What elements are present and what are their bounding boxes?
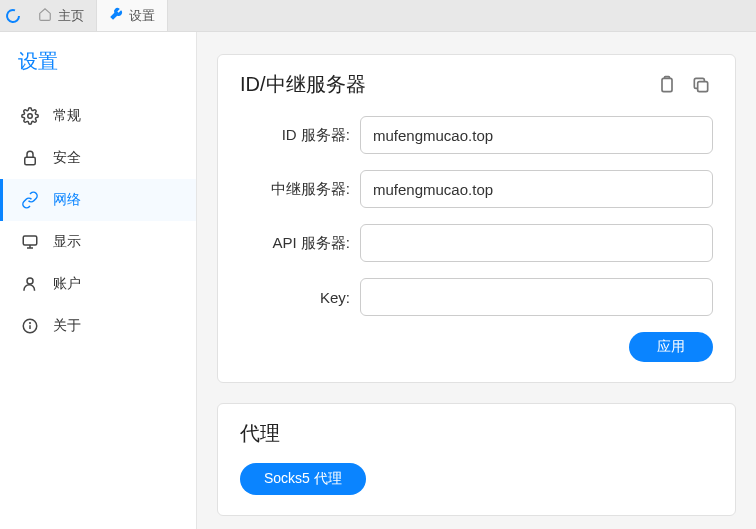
tab-settings-label: 设置 xyxy=(129,7,155,25)
tab-bar: 主页 设置 xyxy=(0,0,756,32)
user-icon xyxy=(21,275,39,293)
apply-button[interactable]: 应用 xyxy=(629,332,713,362)
relay-server-input[interactable] xyxy=(360,170,713,208)
svg-rect-10 xyxy=(698,81,708,91)
key-label: Key: xyxy=(240,289,360,306)
lock-icon xyxy=(21,149,39,167)
socks5-proxy-button[interactable]: Socks5 代理 xyxy=(240,463,366,495)
server-card: ID/中继服务器 xyxy=(217,54,736,383)
svg-point-0 xyxy=(28,114,33,119)
id-server-input[interactable] xyxy=(360,116,713,154)
sidebar-item-general[interactable]: 常规 xyxy=(0,95,196,137)
sidebar-item-display[interactable]: 显示 xyxy=(0,221,196,263)
proxy-card-title: 代理 xyxy=(240,420,713,447)
svg-point-8 xyxy=(30,323,31,324)
svg-rect-1 xyxy=(25,157,36,165)
sidebar-item-label: 账户 xyxy=(53,275,81,293)
monitor-icon xyxy=(21,233,39,251)
proxy-card: 代理 Socks5 代理 xyxy=(217,403,736,516)
link-icon xyxy=(21,191,39,209)
sidebar-item-account[interactable]: 账户 xyxy=(0,263,196,305)
sidebar: 设置 常规 安全 xyxy=(0,32,197,529)
relay-server-label: 中继服务器: xyxy=(240,180,360,199)
sidebar-item-about[interactable]: 关于 xyxy=(0,305,196,347)
paste-button[interactable] xyxy=(655,73,679,97)
id-server-label: ID 服务器: xyxy=(240,126,360,145)
svg-point-5 xyxy=(27,278,33,284)
wrench-icon xyxy=(109,7,123,24)
tab-settings[interactable]: 设置 xyxy=(96,0,168,31)
sidebar-item-label: 安全 xyxy=(53,149,81,167)
sidebar-item-label: 常规 xyxy=(53,107,81,125)
tab-home[interactable]: 主页 xyxy=(26,0,96,31)
api-server-input[interactable] xyxy=(360,224,713,262)
info-icon xyxy=(21,317,39,335)
api-server-label: API 服务器: xyxy=(240,234,360,253)
sidebar-item-label: 网络 xyxy=(53,191,81,209)
tab-home-label: 主页 xyxy=(58,7,84,25)
app-logo-icon xyxy=(0,8,26,24)
svg-rect-9 xyxy=(662,78,672,91)
home-icon xyxy=(38,7,52,24)
gear-icon xyxy=(21,107,39,125)
sidebar-item-label: 关于 xyxy=(53,317,81,335)
sidebar-item-network[interactable]: 网络 xyxy=(0,179,196,221)
sidebar-item-security[interactable]: 安全 xyxy=(0,137,196,179)
sidebar-item-label: 显示 xyxy=(53,233,81,251)
key-input[interactable] xyxy=(360,278,713,316)
sidebar-title: 设置 xyxy=(0,32,196,95)
copy-button[interactable] xyxy=(689,73,713,97)
server-card-title: ID/中继服务器 xyxy=(240,71,366,98)
svg-rect-2 xyxy=(23,236,37,245)
content-area: ID/中继服务器 xyxy=(197,32,756,529)
